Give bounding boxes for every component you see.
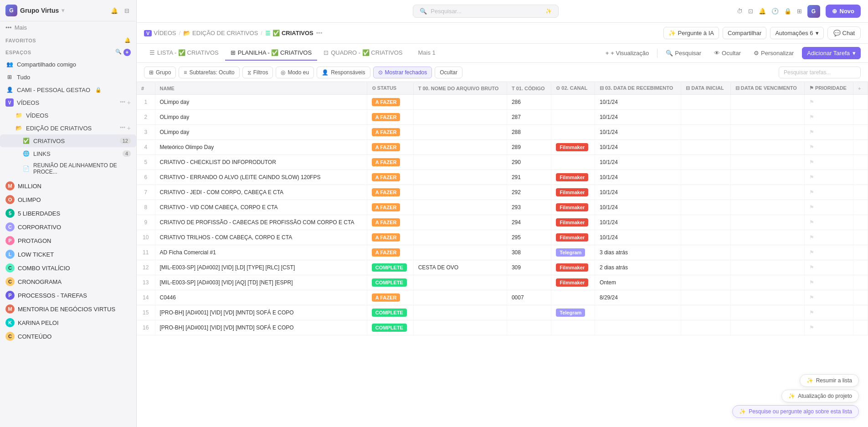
update-project-btn[interactable]: ✨ Atualização do projeto xyxy=(781,390,859,402)
priority-flag-icon[interactable]: ⚑ xyxy=(809,309,814,316)
row-channel[interactable]: Telegram xyxy=(551,305,595,320)
sidebar-item-links[interactable]: 🌐 LINKS 4 xyxy=(0,147,136,160)
priority-flag-icon[interactable]: ⚑ xyxy=(809,204,814,211)
topbar-icon1[interactable]: ⏱ xyxy=(737,8,743,15)
priority-flag-icon[interactable]: ⚑ xyxy=(809,129,814,135)
space-karina[interactable]: K KARINA PELOI xyxy=(0,316,136,329)
row-status[interactable]: A FAZER xyxy=(367,245,413,260)
add-task-button[interactable]: Adicionar Tarefa ▾ xyxy=(802,47,861,59)
priority-flag-icon[interactable]: ⚑ xyxy=(809,159,814,165)
chat-button[interactable]: 💬 Chat xyxy=(827,26,861,40)
automations-button[interactable]: Automações 6 ▾ xyxy=(770,27,823,39)
breadcrumb-edicao[interactable]: 📂 EDIÇÃO DE CRIATIVOS xyxy=(183,30,258,36)
user-avatar[interactable]: G xyxy=(807,5,820,18)
new-button[interactable]: ⊕ Novo xyxy=(826,5,861,18)
space-proc[interactable]: P PROCESSOS - TAREFAS xyxy=(0,288,136,302)
row-status[interactable]: COMPLETE xyxy=(367,320,413,335)
topbar-icon4[interactable]: 🕐 xyxy=(771,8,779,15)
row-channel[interactable]: Filmmaker xyxy=(551,275,595,290)
row-channel[interactable] xyxy=(551,95,595,110)
space-conteudo[interactable]: C CONTEÚDO xyxy=(0,329,136,343)
filters-btn[interactable]: ⧖ Filtros xyxy=(242,67,273,78)
row-name[interactable]: CRIATIVO - CHECKLIST DO INFOPRODUTOR xyxy=(155,155,367,170)
row-name[interactable]: [PRO-BH] [AD#001] [VID] [VD] [MNTD] SOFÁ… xyxy=(155,320,367,335)
topbar-icon6[interactable]: ⊞ xyxy=(797,8,802,15)
row-channel[interactable]: Filmmaker xyxy=(551,260,595,275)
priority-flag-icon[interactable]: ⚑ xyxy=(809,174,814,180)
row-status[interactable]: COMPLETE xyxy=(367,275,413,290)
row-status[interactable]: A FAZER xyxy=(367,155,413,170)
topbar-icon2[interactable]: ⊡ xyxy=(748,8,753,15)
responsible-btn[interactable]: 👤 Responsáveis xyxy=(317,67,370,78)
spaces-search-icon[interactable]: 🔍 xyxy=(115,49,122,56)
subtasks-filter-btn[interactable]: ≡ Subtarefas: Oculto xyxy=(179,67,239,78)
tab-mais[interactable]: Mais 1 xyxy=(412,46,441,61)
row-channel[interactable]: Filmmaker xyxy=(551,215,595,230)
space-combo[interactable]: C COMBO VITALÍCIO xyxy=(0,261,136,275)
space-crono[interactable]: C CRONOGRAMA xyxy=(0,275,136,288)
row-status[interactable]: A FAZER xyxy=(367,185,413,200)
row-channel[interactable] xyxy=(551,110,595,125)
row-name[interactable]: [MIL-E003-SP] [AD#003] [VID] [AQ] [TD] [… xyxy=(155,275,367,290)
space-5lib[interactable]: 5 5 LIBERDADES xyxy=(0,206,136,220)
priority-flag-icon[interactable]: ⚑ xyxy=(809,324,814,331)
priority-flag-icon[interactable]: ⚑ xyxy=(809,264,814,271)
row-status[interactable]: A FAZER xyxy=(367,110,413,125)
tab-planilha[interactable]: ⊞ PLANILHA - ✅ CRIATIVOS xyxy=(225,46,317,61)
sidebar-item-edicao[interactable]: 📂 EDIÇÃO DE CRIATIVOS ••• + xyxy=(0,122,136,134)
row-name[interactable]: OLimpo day xyxy=(155,125,367,140)
row-channel[interactable]: Filmmaker xyxy=(551,140,595,155)
sidebar-more-item[interactable]: ••• Mais xyxy=(0,21,136,34)
row-channel[interactable]: Filmmaker xyxy=(551,200,595,215)
sidebar-item-criativos[interactable]: ✅ CRIATIVOS 12 xyxy=(0,134,136,147)
tab-lista[interactable]: ☰ LISTA - ✅ CRIATIVOS xyxy=(144,46,224,61)
row-name[interactable]: C0446 xyxy=(155,290,367,305)
edicao-more-icon[interactable]: ••• xyxy=(120,124,125,132)
search-bar[interactable]: 🔍 Pesquisar... ✨ xyxy=(413,5,559,18)
priority-flag-icon[interactable]: ⚑ xyxy=(809,234,814,241)
row-channel[interactable] xyxy=(551,320,595,335)
row-name[interactable]: OLimpo day xyxy=(155,110,367,125)
row-status[interactable]: A FAZER xyxy=(367,95,413,110)
row-name[interactable]: OLimpo day xyxy=(155,95,367,110)
notification-icon[interactable]: 🔔 xyxy=(109,6,119,15)
hide-filter-btn[interactable]: Ocultar xyxy=(435,67,462,78)
row-channel[interactable]: Filmmaker xyxy=(551,185,595,200)
add-view-btn[interactable]: + + Visualização xyxy=(601,47,654,59)
row-name[interactable]: CRIATIVO - VID COM CABEÇA, CORPO E CTA xyxy=(155,200,367,215)
space-low[interactable]: L LOW TICKET xyxy=(0,247,136,261)
share-button[interactable]: Compartilhar xyxy=(723,27,766,39)
videos-more-icon[interactable]: ••• xyxy=(120,99,125,106)
row-channel[interactable] xyxy=(551,290,595,305)
priority-flag-icon[interactable]: ⚑ xyxy=(809,144,814,150)
sidebar-item-reuniao[interactable]: 📄 REUNIÃO DE ALINHAMENTO DE PROCE... xyxy=(0,160,136,177)
sidebar-item-shared[interactable]: 👥 Compartilhado comigo xyxy=(0,58,136,71)
summarize-btn[interactable]: ✨ Resumir a lista xyxy=(800,374,859,387)
row-channel[interactable] xyxy=(551,155,595,170)
ai-button[interactable]: ✨ Pergunte à IA xyxy=(663,27,719,39)
row-name[interactable]: CRIATIVO DE PROFISSÃO - CABECAS DE PROFI… xyxy=(155,215,367,230)
row-name[interactable]: AD Ficha Comercial #1 xyxy=(155,245,367,260)
row-channel[interactable] xyxy=(551,125,595,140)
row-status[interactable]: A FAZER xyxy=(367,170,413,185)
spaces-add-icon[interactable]: + xyxy=(123,49,131,56)
favorites-bell-icon[interactable]: 🔔 xyxy=(124,37,131,43)
space-corp[interactable]: C CORPORATIVO xyxy=(0,220,136,234)
priority-flag-icon[interactable]: ⚑ xyxy=(809,99,814,105)
videos-add-icon[interactable]: + xyxy=(127,99,131,106)
col-add[interactable]: + xyxy=(853,82,868,95)
row-name[interactable]: Meteórico Olimpo Day xyxy=(155,140,367,155)
topbar-icon5[interactable]: 🔒 xyxy=(784,8,791,15)
sidebar-item-videos-space[interactable]: V VÍDEOS ••• + xyxy=(0,96,136,109)
show-closed-btn[interactable]: ⊙ Mostrar fechados xyxy=(373,67,432,78)
row-channel[interactable]: Telegram xyxy=(551,245,595,260)
priority-flag-icon[interactable]: ⚑ xyxy=(809,249,814,256)
row-status[interactable]: A FAZER xyxy=(367,230,413,245)
row-status[interactable]: A FAZER xyxy=(367,215,413,230)
customize-btn[interactable]: ⚙ Personalizar xyxy=(749,47,798,59)
priority-flag-icon[interactable]: ⚑ xyxy=(809,219,814,226)
row-status[interactable]: COMPLETE xyxy=(367,260,413,275)
sidebar-layout-icon[interactable]: ⊟ xyxy=(123,6,131,15)
row-name[interactable]: [PRO-BH] [AD#001] [VID] [VD] [MNTD] SOFÁ… xyxy=(155,305,367,320)
sidebar-item-all[interactable]: ⊞ Tudo xyxy=(0,71,136,83)
